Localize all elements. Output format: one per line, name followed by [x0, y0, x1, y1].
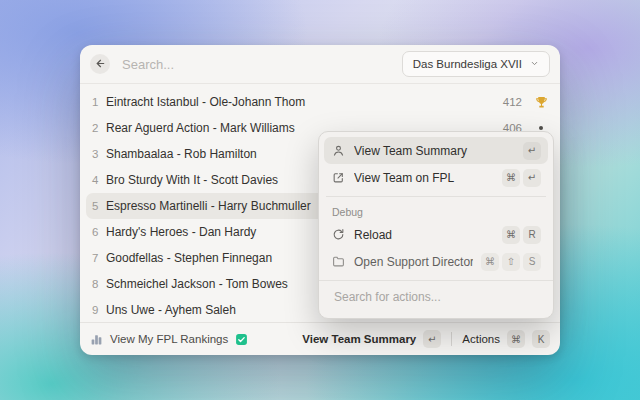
rank-number: 1 — [92, 96, 105, 108]
team-title: Schmeichel Jackson - Tom Bowes — [106, 277, 288, 291]
league-dropdown-value: Das Burndesliga XVII — [413, 58, 522, 70]
reload-icon — [331, 228, 346, 241]
menu-item-label: View Team Summary — [354, 144, 515, 158]
menu-item-label: Reload — [354, 228, 494, 242]
key-enter: ↵ — [423, 330, 441, 348]
rankings-icon — [90, 333, 103, 346]
movement-dot-icon — [534, 126, 548, 130]
rank-number: 4 — [92, 174, 105, 186]
menu-item-reload[interactable]: Reload ⌘ R — [324, 221, 548, 248]
team-title: Hardy's Heroes - Dan Hardy — [106, 225, 256, 239]
key-cmd: ⌘ — [502, 226, 520, 244]
key-s: S — [523, 253, 541, 271]
team-title: Uns Uwe - Ayhem Saleh — [106, 303, 236, 317]
key-shift: ⇧ — [502, 253, 520, 271]
actions-button[interactable]: Actions — [462, 333, 500, 345]
top-bar: Das Burndesliga XVII — [80, 45, 560, 84]
list-item[interactable]: 1 Eintracht Istanbul - Ole-Johann Thom 4… — [86, 89, 554, 115]
folder-icon — [331, 255, 346, 268]
chevron-down-icon — [530, 58, 539, 70]
league-dropdown[interactable]: Das Burndesliga XVII — [402, 51, 550, 77]
footer-bar: View My FPL Rankings View Team Summary ↵… — [80, 322, 560, 355]
key-k: K — [532, 330, 550, 348]
rank-number: 7 — [92, 252, 105, 264]
key-enter: ↵ — [523, 142, 541, 160]
team-title: Shambaalaa - Rob Hamilton — [106, 147, 257, 161]
menu-item-view-team-summary[interactable]: View Team Summary ↵ — [324, 137, 548, 164]
rank-number: 2 — [92, 122, 105, 134]
trophy-icon — [534, 96, 548, 109]
actions-menu: View Team Summary ↵ View Team on FPL ⌘ ↵… — [318, 131, 554, 319]
menu-item-label: View Team on FPL — [354, 171, 494, 185]
launcher-window: Das Burndesliga XVII 1 Eintracht Istanbu… — [80, 45, 560, 355]
team-title: Rear Aguerd Action - Mark Williams — [106, 121, 295, 135]
menu-item-view-team-on-fpl[interactable]: View Team on FPL ⌘ ↵ — [324, 164, 548, 191]
person-icon — [331, 144, 346, 157]
back-button[interactable] — [90, 54, 110, 74]
key-enter: ↵ — [523, 169, 541, 187]
team-title: Eintracht Istanbul - Ole-Johann Thom — [106, 95, 305, 109]
rank-number: 9 — [92, 304, 105, 316]
fpl-extension-icon — [235, 333, 248, 346]
menu-item-label: Open Support Directory — [354, 255, 473, 269]
footer-divider — [451, 332, 452, 346]
arrow-left-icon — [95, 55, 106, 73]
search-input[interactable] — [120, 56, 392, 73]
primary-action-button[interactable]: View Team Summary — [302, 333, 416, 345]
actions-search-input[interactable] — [332, 289, 540, 305]
team-title: Espresso Martinelli - Harry Buchmuller — [106, 199, 311, 213]
team-title: Bro Sturdy With It - Scott Davies — [106, 173, 278, 187]
menu-divider — [326, 196, 546, 197]
external-link-icon — [331, 171, 346, 184]
menu-section-label: Debug — [324, 202, 548, 221]
key-cmd: ⌘ — [481, 253, 499, 271]
menu-item-open-support-directory[interactable]: Open Support Directory ⌘ ⇧ S — [324, 248, 548, 275]
rank-number: 6 — [92, 226, 105, 238]
rank-number: 3 — [92, 148, 105, 160]
key-cmd: ⌘ — [502, 169, 520, 187]
command-name: View My FPL Rankings — [110, 333, 228, 345]
key-cmd: ⌘ — [507, 330, 525, 348]
actions-search — [319, 280, 553, 313]
key-r: R — [523, 226, 541, 244]
rank-number: 5 — [92, 200, 105, 212]
team-title: Goodfellas - Stephen Finnegan — [106, 251, 272, 265]
points-value: 412 — [503, 96, 522, 108]
rank-number: 8 — [92, 278, 105, 290]
